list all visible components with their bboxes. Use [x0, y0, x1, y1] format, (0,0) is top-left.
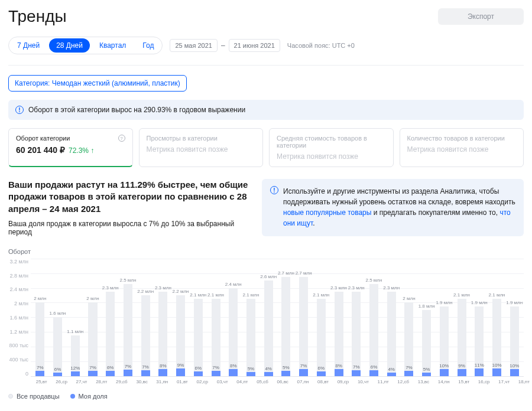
bar-share: 5% — [281, 371, 290, 376]
bar-group: 2.2 млн9% — [176, 259, 185, 376]
bar-total — [176, 295, 185, 368]
bar-share-label: 10% — [439, 363, 449, 368]
bar-value-label: 2 млн — [34, 296, 46, 301]
y-tick: 0 — [8, 371, 28, 377]
swatch-grey — [8, 394, 13, 399]
bar-share-label: 10% — [510, 363, 519, 368]
period-pill[interactable]: Квартал — [92, 38, 133, 53]
bar-group: 2.5 млн7% — [124, 259, 132, 376]
bar-group: 1.9 млн11% — [475, 259, 484, 376]
bar-total — [492, 299, 501, 368]
bar-value-label: 1.8 млн — [419, 304, 435, 309]
divider — [8, 65, 524, 66]
bar-value-label: 2.3 млн — [155, 285, 171, 291]
y-tick: 2.4 млн — [8, 286, 28, 292]
bar-group: 2.4 млн8% — [229, 259, 238, 376]
metric-card[interactable]: Количество товаров в категорииМетрика по… — [400, 128, 524, 167]
bar-value-label: 2.1 млн — [242, 292, 259, 298]
bar-value-label: 2.3 млн — [348, 285, 365, 291]
bar-share: 7% — [35, 371, 44, 376]
bar-share-label: 4% — [265, 366, 272, 371]
x-tick: 11,пт — [378, 379, 389, 384]
date-range: 25 мая 2021 – 21 июня 2021 — [170, 39, 280, 52]
bar-group: 2.3 млн4% — [387, 259, 396, 376]
bar-share: 8% — [229, 369, 238, 376]
bar-group: 1.9 млн10% — [510, 259, 519, 376]
bar-total — [369, 284, 378, 370]
period-pill[interactable]: 28 Дней — [49, 38, 90, 53]
y-tick: 2.8 млн — [8, 273, 28, 279]
metric-card[interactable]: Просмотры в категорииМетрика появится по… — [139, 128, 264, 167]
metric-title: Количество товаров в категории — [407, 135, 517, 142]
bar-share: 4% — [264, 372, 273, 376]
bar-total — [158, 292, 167, 370]
bar-total — [404, 302, 413, 371]
bar-share-label: 10% — [492, 363, 502, 368]
category-selector[interactable]: Категория: Чемодан жесткий (алюминий, пл… — [8, 75, 187, 92]
x-tick: 16,ср — [478, 379, 490, 384]
metric-title: Средняя стоимость товаров в категории — [277, 135, 386, 149]
bar-group: 2.3 млн8% — [335, 259, 343, 376]
date-dash: – — [221, 41, 225, 50]
help-icon[interactable]: ? — [118, 135, 125, 142]
chart-plot: 2 млн7%1.6 млн6%1.1 млн12%2 млн7%2.3 млн… — [31, 259, 524, 377]
y-tick: 800 тыс — [8, 342, 28, 348]
x-tick: 13,вс — [418, 379, 429, 384]
bar-share: 10% — [440, 369, 449, 376]
bar-total — [229, 288, 238, 369]
bar-group: 1.8 млн5% — [422, 259, 431, 376]
period-pill[interactable]: 7 Дней — [10, 38, 47, 53]
bar-share: 7% — [88, 371, 97, 376]
bar-value-label: 2.5 млн — [366, 278, 382, 283]
bar-group: 2.5 млн6% — [369, 259, 378, 376]
bar-total — [387, 292, 396, 373]
bar-group: 2.1 млн5% — [246, 259, 255, 376]
x-tick: 17,чт — [498, 379, 510, 384]
bar-group: 1.6 млн6% — [53, 259, 62, 376]
info-icon: ! — [15, 106, 24, 114]
period-pill[interactable]: Год — [135, 38, 161, 53]
tip-link-popular[interactable]: новые популярные товары — [283, 208, 371, 217]
bar-share-label: 7% — [300, 363, 307, 368]
bar-total — [440, 306, 449, 369]
swatch-blue — [70, 394, 75, 399]
y-tick: 400 тыс — [8, 357, 28, 363]
chart-title: Оборот — [8, 248, 524, 255]
bar-share-label: 5% — [283, 365, 290, 370]
bar-share-label: 6% — [318, 366, 325, 371]
bar-total — [194, 299, 203, 371]
bar-group: 2 млн7% — [35, 259, 44, 376]
bar-share: 7% — [212, 371, 220, 376]
bar-total — [475, 306, 484, 368]
bar-total — [53, 317, 62, 373]
export-button[interactable]: Экспорт — [438, 8, 524, 25]
metric-placeholder: Метрика появится позже — [277, 152, 386, 161]
bar-group: 2.1 млн10% — [492, 259, 501, 376]
bar-share: 9% — [458, 369, 466, 376]
bar-group: 2 млн7% — [88, 259, 97, 376]
chart-legend: Все продавцы Моя доля — [8, 393, 524, 400]
bar-share: 8% — [158, 369, 167, 376]
bar-share-label: 9% — [458, 363, 465, 368]
date-to[interactable]: 21 июня 2021 — [229, 39, 280, 52]
bar-share-label: 7% — [125, 364, 132, 369]
metric-card[interactable]: Оборот категории?60 201 440 ₽72.3% ↑ — [8, 128, 133, 167]
bar-value-label: 2 млн — [86, 296, 99, 301]
info-icon: ! — [270, 186, 278, 194]
bar-share-label: 6% — [107, 365, 114, 370]
date-from[interactable]: 25 мая 2021 — [170, 39, 217, 52]
x-tick: 15,вт — [458, 379, 469, 384]
bar-share: 6% — [317, 371, 326, 376]
legend-all: Все продавцы — [8, 393, 60, 400]
metric-card[interactable]: Средняя стоимость товаров в категорииМет… — [269, 128, 394, 167]
bar-share: 6% — [106, 371, 115, 376]
bar-value-label: 2.5 млн — [119, 278, 136, 283]
bar-total — [141, 295, 150, 370]
bar-share: 9% — [176, 368, 185, 376]
bar-total — [35, 302, 44, 371]
bar-total — [422, 310, 431, 373]
bar-share-label: 9% — [177, 363, 184, 368]
bar-share: 4% — [387, 373, 396, 376]
bar-group: 2.1 млн6% — [194, 259, 203, 376]
category-prefix: Категория: — [15, 79, 50, 87]
